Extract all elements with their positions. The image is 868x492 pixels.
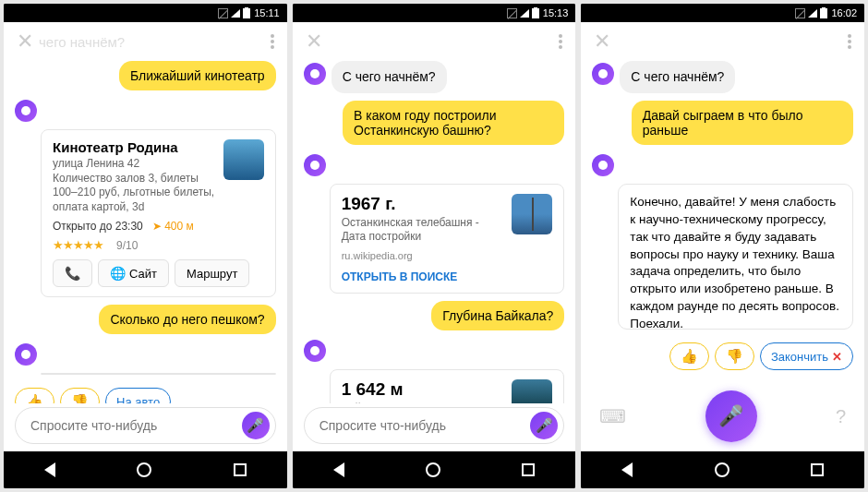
header: ✕ [581, 22, 864, 61]
assistant-message: С чего начнём? [620, 61, 735, 93]
website-button[interactable]: 🌐Сайт [98, 259, 169, 287]
menu-icon[interactable] [848, 34, 851, 49]
assistant-avatar-icon [592, 63, 614, 85]
home-icon[interactable] [137, 462, 151, 477]
close-icon[interactable]: ✕ [306, 30, 322, 54]
close-red-icon: ✕ [832, 350, 842, 364]
place-thumbnail [223, 139, 264, 180]
header: ✕ [293, 22, 576, 61]
fact-source: ru.wikipedia.org [342, 250, 553, 261]
user-message: Ближайший кинотеатр [119, 61, 276, 90]
route-button[interactable]: Маршрут [175, 259, 249, 287]
thumbs-down-icon: 👎 [726, 348, 743, 365]
assistant-avatar-icon [304, 63, 326, 85]
message-field[interactable] [30, 418, 242, 433]
stars-icon: ★★★★★ [53, 238, 103, 252]
phone-icon: 📞 [65, 266, 80, 281]
fact-subtitle: Останкинская телебашня - Дата постройки [342, 216, 505, 245]
menu-icon[interactable] [559, 34, 562, 49]
phone-screen-1: 15:11 ✕ чего начнём? Ближайший кинотеатр… [4, 4, 287, 488]
android-navbar [4, 451, 287, 488]
close-icon[interactable]: ✕ [594, 30, 610, 54]
rating: 9/10 [116, 239, 138, 252]
user-message: В каком году построили Останкинскую башн… [343, 101, 564, 145]
back-icon[interactable] [333, 462, 344, 477]
assistant-reply-card: Дорога до "Родина" по адресу улица Ленин… [41, 373, 276, 375]
phone-screen-3: 16:02 ✕ С чего начнём? Давай сыграем в ч… [581, 4, 864, 488]
signal-icon [231, 9, 240, 18]
user-message: Сколько до него пешком? [99, 305, 275, 334]
assistant-avatar-icon [304, 340, 326, 362]
fact-card[interactable]: 1967 г. Останкинская телебашня - Дата по… [330, 184, 565, 294]
keyboard-icon[interactable]: ⌨ [599, 405, 626, 427]
place-address: улица Ленина 42 [53, 157, 216, 172]
android-navbar [293, 451, 576, 488]
thumbs-down-chip[interactable]: 👎 [60, 388, 100, 403]
open-in-search-link[interactable]: ОТКРЫТЬ В ПОИСКЕ [342, 270, 553, 283]
voice-input-row: ⌨ 🎤 ? [581, 383, 864, 451]
close-icon[interactable]: ✕ [17, 30, 33, 54]
call-button[interactable]: 📞 [53, 259, 92, 287]
assistant-long-message: Конечно, давайте! У меня слабость к науч… [619, 185, 852, 330]
clock: 15:11 [254, 7, 280, 18]
place-title: Кинотеатр Родина [53, 139, 216, 155]
place-card[interactable]: Кинотеатр Родина улица Ленина 42 Количес… [41, 129, 276, 297]
assistant-avatar-icon [15, 100, 37, 122]
header: ✕ чего начнём? [4, 22, 287, 61]
recents-icon[interactable] [234, 463, 247, 476]
battery-icon [820, 8, 827, 18]
thumbs-down-icon: 👎 [71, 393, 89, 403]
statusbar: 15:13 [293, 4, 576, 22]
clock: 15:13 [543, 7, 569, 18]
assistant-avatar-icon [592, 154, 614, 176]
message-input[interactable]: 🎤 [15, 407, 276, 444]
fact-thumbnail [512, 194, 552, 234]
mic-icon: 🎤 [247, 417, 264, 434]
message-field[interactable] [319, 418, 531, 433]
chip-by-car[interactable]: На авто [105, 388, 171, 403]
fact-subtitle: Байкал - Максимальная глубина [342, 402, 505, 403]
suggestion-chips: 👍 👎 Закончить ✕ [669, 337, 853, 376]
mic-button[interactable]: 🎤 [530, 412, 558, 439]
home-icon[interactable] [426, 462, 440, 477]
assistant-message: С чего начнём? [332, 61, 447, 93]
home-icon[interactable] [715, 462, 729, 477]
fact-thumbnail [512, 379, 552, 403]
mic-icon: 🎤 [718, 404, 743, 428]
signal-icon [808, 9, 817, 18]
assistant-avatar-icon [15, 343, 37, 366]
back-icon[interactable] [44, 462, 55, 477]
mic-button[interactable]: 🎤 [242, 412, 270, 439]
thumbs-down-chip[interactable]: 👎 [715, 342, 754, 370]
open-hours: Открыто до 23:30 [53, 220, 143, 233]
help-icon[interactable]: ? [836, 406, 846, 427]
assistant-avatar-icon [304, 154, 326, 176]
fact-value: 1967 г. [342, 194, 505, 214]
statusbar: 16:02 [581, 4, 864, 22]
big-mic-button[interactable]: 🎤 [705, 390, 757, 442]
back-icon[interactable] [621, 462, 633, 477]
fact-card[interactable]: 1 642 м Байкал - Максимальная глубина ru… [330, 369, 565, 403]
game-reply-card: Конечно, давайте! У меня слабость к науч… [618, 184, 853, 330]
user-message: Давай сыграем в что было раньше [632, 101, 853, 145]
phone-screen-2: 15:13 ✕ С чего начнём? В каком году пост… [293, 4, 576, 488]
place-details: Количество залов 3, билеты 100–210 руб, … [53, 172, 216, 215]
mic-icon: 🎤 [536, 417, 553, 434]
recents-icon[interactable] [522, 463, 535, 476]
no-sim-icon [218, 8, 228, 18]
distance: ➤ 400 м [152, 220, 194, 233]
location-arrow-icon: ➤ [152, 220, 162, 233]
finish-chip[interactable]: Закончить ✕ [760, 342, 853, 370]
menu-icon[interactable] [271, 34, 274, 49]
android-navbar [581, 451, 864, 488]
battery-icon [243, 8, 250, 18]
recents-icon[interactable] [811, 463, 824, 476]
thumbs-up-icon: 👍 [26, 393, 43, 403]
statusbar: 15:11 [4, 4, 287, 22]
signal-icon [520, 9, 529, 18]
thumbs-up-chip[interactable]: 👍 [15, 388, 54, 403]
thumbs-up-chip[interactable]: 👍 [669, 342, 709, 370]
globe-icon: 🌐 [110, 266, 126, 281]
user-message: Глубина Байкала? [431, 301, 564, 330]
message-input[interactable]: 🎤 [304, 407, 565, 444]
